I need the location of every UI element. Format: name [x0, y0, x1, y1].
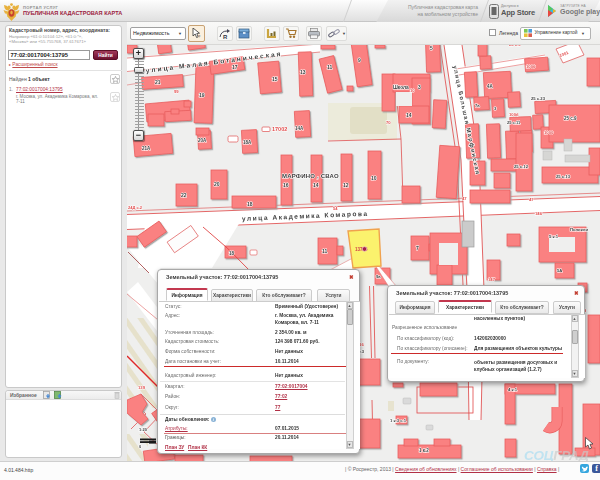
svg-text:70: 70 [386, 120, 391, 125]
svg-text:22: 22 [181, 192, 187, 198]
svg-text:11: 11 [322, 248, 328, 254]
svg-text:11: 11 [327, 64, 333, 70]
svg-text:20: 20 [214, 181, 220, 187]
svg-text:12: 12 [343, 182, 349, 188]
svg-text:19: 19 [199, 92, 205, 98]
svg-text:25 с.9: 25 с.9 [564, 116, 577, 121]
svg-text:16: 16 [283, 182, 289, 188]
svg-text:9а: 9а [376, 274, 381, 279]
svg-text:14: 14 [406, 112, 412, 118]
svg-text:?: ? [198, 34, 201, 39]
svg-text:21: 21 [155, 79, 161, 85]
svg-text:18: 18 [229, 251, 235, 256]
svg-text:5 к.1: 5 к.1 [549, 234, 559, 239]
svg-text:Школа: Школа [393, 85, 409, 90]
svg-text:17002: 17002 [272, 126, 287, 132]
svg-text:99: 99 [174, 89, 179, 94]
svg-text:Поликли: Поликли [570, 227, 589, 232]
svg-text:5А: 5А [557, 268, 562, 273]
svg-text:147: 147 [488, 277, 496, 282]
svg-text:15: 15 [272, 76, 278, 82]
svg-text:20А: 20А [198, 138, 207, 143]
svg-text:18А: 18А [243, 140, 252, 145]
svg-text:10: 10 [410, 88, 415, 93]
svg-text:1000: 1000 [544, 130, 554, 135]
svg-text:139: 139 [138, 385, 146, 390]
svg-text:100б: 100б [509, 112, 519, 117]
svg-text:25 с.3: 25 с.3 [509, 45, 521, 47]
svg-text:МАРФИНО , СВАО: МАРФИНО , СВАО [282, 173, 339, 179]
svg-text:3: 3 [418, 84, 421, 90]
svg-text:47: 47 [462, 196, 467, 201]
svg-text:47: 47 [529, 197, 534, 202]
svg-text:14: 14 [313, 182, 319, 188]
svg-text:1:20: 1:20 [139, 427, 148, 432]
svg-text:13: 13 [300, 69, 306, 75]
svg-text:7: 7 [416, 245, 419, 251]
svg-text:25 с.23: 25 с.23 [531, 96, 546, 101]
svg-text:14А: 14А [295, 126, 304, 131]
svg-text:17: 17 [232, 64, 238, 70]
svg-text:R: R [223, 34, 228, 40]
svg-text:25 с.12: 25 с.12 [514, 164, 529, 169]
svg-text:24Д с.2: 24Д с.2 [128, 205, 143, 210]
svg-text:СОЦГРАД: СОЦГРАД [524, 448, 589, 462]
svg-text:10: 10 [371, 175, 377, 181]
svg-text:5: 5 [430, 45, 433, 51]
svg-text:21А: 21А [142, 146, 151, 151]
svg-text:1 к.3 с.1: 1 к.3 с.1 [390, 418, 407, 423]
svg-text:146: 146 [535, 211, 543, 216]
svg-text:1 к.2: 1 к.2 [419, 448, 429, 453]
svg-text:4 к.1: 4 к.1 [508, 387, 518, 392]
svg-text:25 с.11: 25 с.11 [507, 120, 521, 125]
svg-text:4А: 4А [487, 84, 494, 89]
svg-text:9: 9 [358, 57, 361, 63]
svg-text:25 с.13: 25 с.13 [556, 174, 571, 179]
svg-text:18: 18 [247, 201, 253, 207]
svg-text:1006: 1006 [526, 64, 536, 69]
svg-text:7а: 7а [475, 103, 480, 108]
